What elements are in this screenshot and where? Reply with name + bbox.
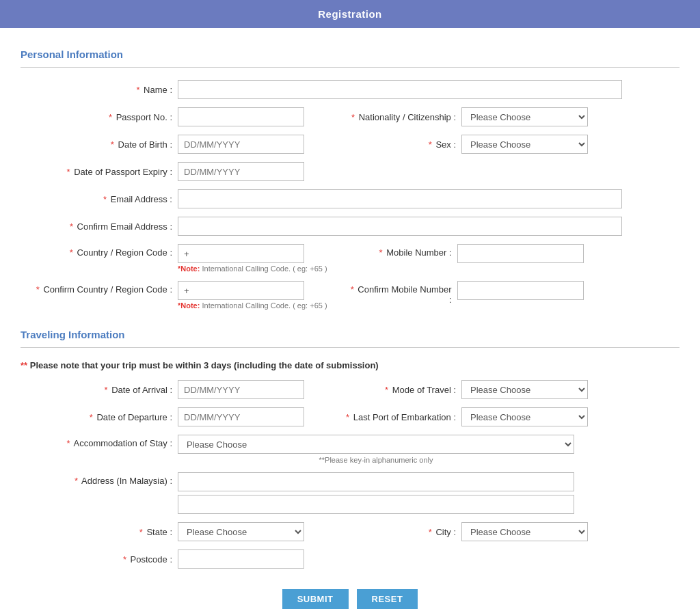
- confirm-country-code-label: * Confirm Country / Region Code :: [21, 281, 178, 295]
- passport-expiry-input[interactable]: [178, 162, 304, 181]
- button-row: SUBMIT RESET: [21, 589, 679, 609]
- city-group: * City : Please Choose: [325, 522, 588, 541]
- nationality-label: * Nationality / Citizenship :: [325, 112, 461, 122]
- address-line2-input[interactable]: [178, 495, 574, 514]
- confirm-country-code-input[interactable]: [178, 281, 304, 300]
- address-label: * Address (In Malaysia) :: [21, 472, 178, 486]
- departure-port-row: * Date of Departure : * Last Port of Emb…: [21, 407, 679, 426]
- passport-label: * Passport No. :: [21, 112, 178, 122]
- dob-input[interactable]: [178, 135, 304, 154]
- name-row: * Name :: [21, 80, 679, 99]
- city-dropdown[interactable]: Please Choose: [461, 522, 588, 541]
- country-code-mobile-row: * Country / Region Code : *Note: Interna…: [21, 244, 679, 273]
- mobile-input[interactable]: [457, 244, 584, 263]
- country-code-label: * Country / Region Code :: [21, 244, 178, 258]
- arrival-mode-row: * Date of Arrival : * Mode of Travel : P…: [21, 380, 679, 399]
- country-code-input[interactable]: [178, 244, 304, 263]
- postcode-row: * Postcode :: [21, 549, 679, 569]
- mode-travel-dropdown[interactable]: Please Choose: [461, 380, 588, 399]
- last-port-label: * Last Port of Embarkation :: [325, 412, 461, 422]
- departure-label: * Date of Departure :: [21, 412, 178, 422]
- email-row: * Email Address :: [21, 189, 679, 208]
- last-port-group: * Last Port of Embarkation : Please Choo…: [325, 407, 588, 426]
- postcode-label: * Postcode :: [21, 554, 178, 565]
- confirm-country-code-note: *Note: International Calling Code. ( eg:…: [178, 301, 327, 310]
- dob-label: * Date of Birth :: [21, 139, 178, 150]
- confirm-country-code-wrapper: *Note: International Calling Code. ( eg:…: [178, 281, 327, 310]
- accommodation-wrapper: Please Choose **Please key-in alphanumer…: [178, 435, 574, 464]
- accommodation-row: * Accommodation of Stay : Please Choose …: [21, 435, 679, 464]
- name-required-star: *: [136, 85, 139, 95]
- alphanumeric-note: **Please key-in alphanumeric only: [178, 456, 574, 464]
- section-divider-traveling: [21, 347, 679, 348]
- country-code-wrapper: *Note: International Calling Code. ( eg:…: [178, 244, 327, 273]
- travel-warning: ** Please note that your trip must be wi…: [21, 360, 679, 370]
- email-label: * Email Address :: [21, 194, 178, 204]
- mode-travel-label: * Mode of Travel :: [325, 385, 461, 395]
- name-input[interactable]: [178, 80, 622, 99]
- submit-button[interactable]: SUBMIT: [282, 589, 349, 609]
- passport-nationality-row: * Passport No. : * Nationality / Citizen…: [21, 107, 679, 126]
- confirm-country-mobile-row: * Confirm Country / Region Code : *Note:…: [21, 281, 679, 310]
- departure-input[interactable]: [178, 407, 304, 426]
- passport-expiry-row: * Date of Passport Expiry :: [21, 162, 679, 181]
- confirm-mobile-input[interactable]: [457, 281, 584, 300]
- name-label: * Name :: [21, 85, 178, 95]
- address-block: [178, 472, 574, 514]
- passport-input[interactable]: [178, 107, 304, 126]
- mode-travel-group: * Mode of Travel : Please Choose: [325, 380, 588, 399]
- arrival-input[interactable]: [178, 380, 304, 399]
- state-label: * State :: [21, 527, 178, 537]
- sex-label: * Sex :: [325, 139, 461, 150]
- reset-button[interactable]: RESET: [357, 589, 418, 609]
- nationality-group: * Nationality / Citizenship : Please Cho…: [325, 107, 588, 126]
- accommodation-dropdown[interactable]: Please Choose: [178, 435, 574, 454]
- confirm-mobile-group: * Confirm Mobile Number :: [348, 281, 584, 305]
- traveling-info-title: Traveling Information: [21, 329, 679, 340]
- nationality-dropdown[interactable]: Please Choose: [461, 107, 588, 126]
- traveling-section: Traveling Information: [21, 329, 679, 348]
- confirm-mobile-label: * Confirm Mobile Number :: [348, 281, 457, 305]
- passport-expiry-label: * Date of Passport Expiry :: [21, 167, 178, 177]
- address-line1-input[interactable]: [178, 472, 574, 491]
- header-title: Registration: [318, 8, 382, 20]
- arrival-label: * Date of Arrival :: [21, 385, 178, 395]
- country-code-note: *Note: International Calling Code. ( eg:…: [178, 264, 327, 273]
- email-input[interactable]: [178, 189, 622, 208]
- confirm-email-label: * Confirm Email Address :: [21, 221, 178, 232]
- state-dropdown[interactable]: Please Choose: [178, 522, 304, 541]
- accommodation-label: * Accommodation of Stay :: [21, 435, 178, 448]
- confirm-email-input[interactable]: [178, 217, 622, 236]
- mobile-label: * Mobile Number :: [348, 244, 457, 258]
- personal-info-title: Personal Information: [21, 49, 679, 60]
- sex-group: * Sex : Please Choose: [325, 135, 588, 154]
- sex-dropdown[interactable]: Please Choose: [461, 135, 588, 154]
- confirm-email-row: * Confirm Email Address :: [21, 217, 679, 236]
- mobile-group: * Mobile Number :: [348, 244, 584, 263]
- page-header: Registration: [0, 0, 700, 28]
- section-divider-personal: [21, 67, 679, 68]
- postcode-input[interactable]: [178, 549, 304, 569]
- address-row: * Address (In Malaysia) :: [21, 472, 679, 514]
- dob-sex-row: * Date of Birth : * Sex : Please Choose: [21, 135, 679, 154]
- city-label: * City :: [325, 527, 461, 537]
- state-city-row: * State : Please Choose * City : Please …: [21, 522, 679, 541]
- last-port-dropdown[interactable]: Please Choose: [461, 407, 588, 426]
